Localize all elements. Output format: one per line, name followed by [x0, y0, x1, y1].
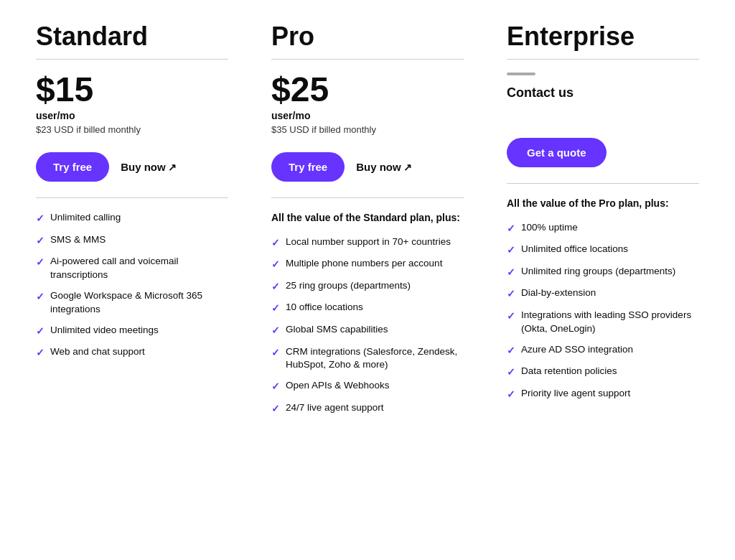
pricing-container: Standard$15user/mo$23 USD if billed mont…: [0, 0, 735, 560]
check-icon: ✓: [36, 212, 45, 226]
plan-billing-note-pro: $35 USD if billed monthly: [271, 124, 464, 135]
feature-text: Global SMS capabilities: [286, 323, 388, 337]
feature-text: 10 office locations: [286, 301, 363, 314]
try-free-button-standard[interactable]: Try free: [36, 152, 109, 182]
list-item: ✓Priority live agent support: [507, 387, 699, 402]
list-item: ✓Unlimited video meetings: [36, 324, 228, 339]
feature-text: Web and chat support: [50, 345, 145, 359]
feature-text: Unlimited ring groups (departments): [521, 265, 675, 279]
plan-actions-enterprise: Get a quote: [507, 138, 699, 167]
check-icon: ✓: [271, 402, 280, 416]
buy-now-arrow-standard: ↗: [168, 162, 177, 173]
check-icon: ✓: [36, 290, 45, 304]
list-item: ✓Dial-by-extension: [507, 286, 699, 302]
list-item: ✓Local number support in 70+ countries: [271, 235, 464, 251]
features-intro-enterprise: All the value of the Pro plan, plus:: [507, 197, 699, 211]
check-icon: ✓: [271, 302, 280, 316]
plan-top-divider-enterprise: [507, 59, 699, 60]
plan-column-enterprise: EnterpriseContact usGet a quoteAll the v…: [485, 22, 721, 538]
feature-text: Dial-by-extension: [521, 286, 596, 300]
buy-now-button-standard[interactable]: Buy now ↗: [121, 161, 177, 173]
features-divider-pro: [271, 197, 464, 198]
feature-text: Unlimited calling: [50, 211, 121, 225]
list-item: ✓Integrations with leading SSO providers…: [507, 309, 699, 336]
feature-text: Open APIs & Webhooks: [286, 379, 390, 393]
check-icon: ✓: [36, 234, 45, 248]
list-item: ✓10 office locations: [271, 301, 464, 316]
check-icon: ✓: [271, 346, 280, 360]
plan-actions-pro: Try freeBuy now ↗: [271, 152, 464, 182]
features-list-pro: ✓Local number support in 70+ countries✓M…: [271, 235, 464, 416]
list-item: ✓Ai-powered call and voicemail transcrip…: [36, 255, 228, 282]
features-intro-pro: All the value of the Standard plan, plus…: [271, 211, 464, 225]
list-item: ✓24/7 live agent support: [271, 401, 464, 416]
feature-text: SMS & MMS: [50, 233, 106, 247]
enterprise-dash: [507, 73, 535, 75]
plan-period-pro: user/mo: [271, 110, 464, 121]
feature-text: Local number support in 70+ countries: [286, 235, 451, 249]
plan-price-standard: $15: [36, 73, 228, 107]
check-icon: ✓: [507, 365, 515, 380]
check-icon: ✓: [507, 287, 515, 302]
get-quote-button-enterprise[interactable]: Get a quote: [507, 138, 607, 167]
list-item: ✓Global SMS capabilities: [271, 323, 464, 338]
check-icon: ✓: [271, 280, 280, 294]
plan-name-enterprise: Enterprise: [507, 22, 699, 52]
check-icon: ✓: [271, 258, 280, 272]
check-icon: ✓: [36, 325, 45, 339]
list-item: ✓Open APIs & Webhooks: [271, 379, 464, 394]
list-item: ✓Web and chat support: [36, 345, 228, 360]
check-icon: ✓: [507, 344, 515, 358]
plan-name-standard: Standard: [36, 22, 228, 52]
buy-now-label-pro: Buy now: [356, 161, 401, 173]
list-item: ✓CRM integrations (Salesforce, Zendesk, …: [271, 345, 464, 373]
plan-top-divider-pro: [271, 59, 464, 60]
feature-text: Priority live agent support: [521, 387, 630, 401]
check-icon: ✓: [507, 243, 515, 258]
check-icon: ✓: [507, 266, 515, 280]
feature-text: 24/7 live agent support: [286, 401, 384, 415]
buy-now-label-standard: Buy now: [121, 161, 166, 173]
list-item: ✓25 ring groups (departments): [271, 279, 464, 294]
plan-period-standard: user/mo: [36, 110, 228, 121]
check-icon: ✓: [507, 222, 515, 236]
check-icon: ✓: [36, 256, 45, 270]
feature-text: Unlimited video meetings: [50, 324, 159, 337]
feature-text: Data retention policies: [521, 365, 617, 378]
list-item: ✓Azure AD SSO integration: [507, 343, 699, 358]
list-item: ✓100% uptime: [507, 221, 699, 236]
check-icon: ✓: [507, 388, 515, 402]
feature-text: 25 ring groups (departments): [286, 279, 411, 293]
features-divider-standard: [36, 197, 228, 198]
check-icon: ✓: [271, 380, 280, 394]
feature-text: Azure AD SSO integration: [521, 343, 633, 357]
feature-text: Multiple phone numbers per account: [286, 257, 442, 271]
feature-text: Google Workspace & Microsoft 365 integra…: [50, 289, 228, 317]
check-icon: ✓: [507, 309, 515, 324]
contact-us-label: Contact us: [507, 85, 699, 101]
plan-top-divider-standard: [36, 59, 228, 60]
list-item: ✓Multiple phone numbers per account: [271, 257, 464, 272]
feature-text: Ai-powered call and voicemail transcript…: [50, 255, 228, 282]
buy-now-button-pro[interactable]: Buy now ↗: [356, 161, 412, 173]
try-free-button-pro[interactable]: Try free: [271, 152, 345, 182]
check-icon: ✓: [271, 324, 280, 338]
list-item: ✓Unlimited calling: [36, 211, 228, 226]
features-divider-enterprise: [507, 183, 699, 184]
features-list-standard: ✓Unlimited calling✓SMS & MMS✓Ai-powered …: [36, 211, 228, 360]
features-list-enterprise: ✓100% uptime✓Unlimited office locations✓…: [507, 221, 699, 402]
feature-text: 100% uptime: [521, 221, 578, 235]
feature-text: Unlimited office locations: [521, 243, 628, 256]
plan-name-pro: Pro: [271, 22, 464, 52]
feature-text: CRM integrations (Salesforce, Zendesk, H…: [286, 345, 464, 373]
list-item: ✓Unlimited ring groups (departments): [507, 265, 699, 280]
list-item: ✓Unlimited office locations: [507, 243, 699, 258]
list-item: ✓Google Workspace & Microsoft 365 integr…: [36, 289, 228, 317]
plan-price-pro: $25: [271, 73, 464, 107]
list-item: ✓SMS & MMS: [36, 233, 228, 248]
plan-column-standard: Standard$15user/mo$23 USD if billed mont…: [14, 22, 250, 538]
list-item: ✓Data retention policies: [507, 365, 699, 380]
buy-now-arrow-pro: ↗: [403, 162, 412, 173]
feature-text: Integrations with leading SSO providers …: [521, 309, 699, 336]
check-icon: ✓: [271, 236, 280, 251]
